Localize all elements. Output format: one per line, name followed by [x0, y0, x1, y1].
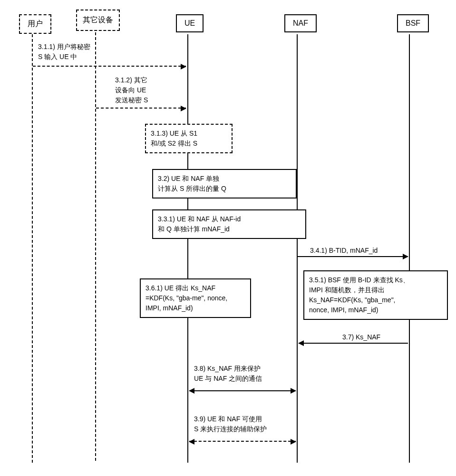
- arrow-341: [298, 256, 408, 257]
- step-351-box: 3.5.1) BSF 使用 B-ID 来查找 Ks、 IMPI 和随机数，并且得…: [303, 270, 448, 320]
- participant-label: 用户: [28, 20, 43, 28]
- step-32-box: 3.2) UE 和 NAF 单独 计算从 S 所得出的量 Q: [152, 169, 297, 198]
- arrow-38: [189, 390, 296, 391]
- participant-ue: UE: [176, 14, 204, 32]
- participant-label: 其它设备: [83, 16, 113, 24]
- step-361-box: 3.6.1) UE 得出 Ks_NAF =KDF(Ks, "gba-me", n…: [140, 278, 251, 318]
- arrow-37: [299, 343, 408, 344]
- lifeline-user: [32, 34, 33, 463]
- step-313-box: 3.1.3) UE 从 S1 和/或 S2 得出 S: [145, 124, 233, 153]
- step-39-label: 3.9) UE 和 NAF 可使用 S 来执行连接的辅助保护: [194, 414, 289, 434]
- participant-user: 用户: [19, 14, 51, 34]
- step-312-label: 3.1.2) 其它 设备向 UE 发送秘密 S: [115, 75, 148, 105]
- participant-label: UE: [184, 19, 195, 27]
- arrow-39: [189, 441, 296, 442]
- arrowhead-right-icon: [181, 106, 186, 111]
- step-331-box: 3.3.1) UE 和 NAF 从 NAF-id 和 Q 单独计算 mNAF_i…: [152, 209, 306, 239]
- arrowhead-right-icon: [403, 254, 408, 259]
- arrowhead-right-icon: [291, 388, 296, 394]
- participant-other: 其它设备: [76, 10, 120, 31]
- arrowhead-left-icon: [189, 439, 194, 445]
- participant-label: NAF: [293, 19, 308, 27]
- arrowhead-right-icon: [181, 64, 186, 69]
- step-38-label: 3.8) Ks_NAF 用来保护 UE 与 NAF 之间的通信: [194, 364, 284, 384]
- lifeline-bsf: [409, 34, 410, 463]
- arrow-311: [33, 66, 186, 67]
- participant-label: BSF: [406, 19, 420, 27]
- step-311-label: 3.1.1) 用户将秘密 S 输入 UE 中: [38, 42, 90, 62]
- step-37-label: 3.7) Ks_NAF: [342, 333, 380, 341]
- lifeline-other: [95, 32, 96, 461]
- arrowhead-right-icon: [291, 439, 296, 445]
- lifeline-naf: [297, 34, 298, 463]
- step-341-label: 3.4.1) B-TID, mNAF_id: [310, 247, 378, 254]
- participant-bsf: BSF: [397, 14, 429, 32]
- sequence-diagram: 用户 其它设备 UE NAF BSF 3.1.1) 用户将秘密 S 输入 UE …: [10, 10, 447, 466]
- arrowhead-left-icon: [298, 340, 304, 346]
- participant-naf: NAF: [284, 14, 317, 32]
- arrowhead-left-icon: [189, 388, 194, 394]
- arrow-312: [96, 108, 186, 109]
- lifeline-ue: [187, 34, 188, 463]
